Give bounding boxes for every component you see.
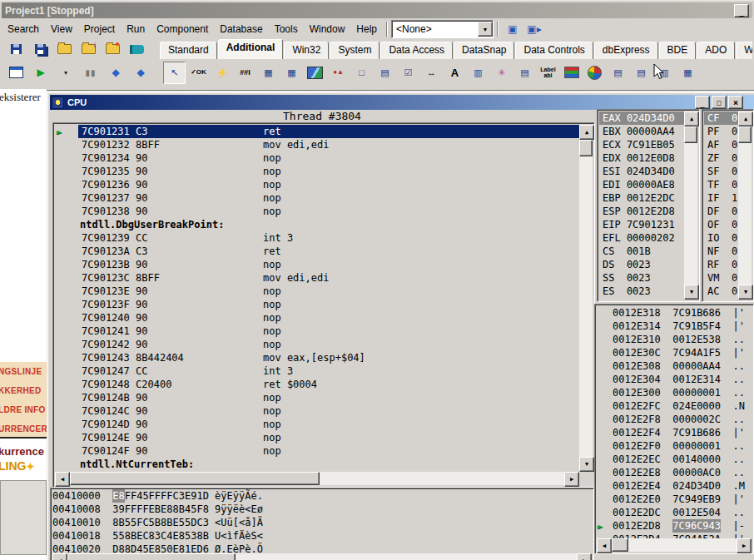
stack-row[interactable]: 0012E314 7C91B5F4 |' [597,320,752,333]
scroll-track[interactable] [684,126,697,285]
register-row[interactable]: EAX 024D34D0 [599,112,684,125]
flag-row[interactable]: ZF 0 [704,151,738,165]
palette-pointer[interactable]: ↖ [163,62,186,84]
stack-row[interactable]: 0012E2E0 7C949EB9 |' [597,493,752,506]
save-button[interactable] [5,41,27,58]
menu-project[interactable]: Project [78,21,121,37]
flags-vscrollbar[interactable]: ▲ ▼ [738,112,752,300]
tab-standard[interactable]: Standard [160,42,217,59]
tab-dbexpress[interactable]: dbExpress [594,42,658,59]
stack-row[interactable]: 0012E2F4 7C91B686 |' [597,426,752,439]
register-row[interactable]: EBP 0012E2DC [599,191,684,205]
stack-row[interactable]: 0012E2EC 00140000 .. [597,453,752,466]
scroll-thumb[interactable] [67,553,236,560]
scroll-track[interactable] [738,126,752,285]
disassembly-row[interactable]: 7C901237 90nop [55,191,579,205]
save-desktop-button[interactable]: ▣ [502,21,523,38]
run-dropdown-button[interactable]: ▾ [55,64,77,82]
scroll-thumb[interactable] [612,538,628,552]
scroll-track[interactable] [612,538,737,552]
stack-row[interactable]: 0012E2E4 024D34D0 .M [597,479,752,493]
menu-search[interactable]: Search [2,21,45,37]
stack-row[interactable]: 0012E300 00000001 .. [597,386,752,399]
nav-link-ldre-info[interactable]: LDRE INFO [0,405,47,414]
tab-data-controls[interactable]: Data Controls [515,42,593,59]
register-row[interactable]: DS 0023 [599,258,684,271]
stack-hscrollbar[interactable]: ◀ ▶ [597,538,752,552]
flag-row[interactable]: VM 0 [704,271,738,285]
scroll-left-icon[interactable]: ◀ [597,538,612,553]
palette-image[interactable] [305,62,325,83]
add-file-button[interactable] [102,41,123,58]
disassembly-row[interactable]: 7C901238 90nop [55,205,579,218]
palette-labelededit[interactable]: Label abI [538,62,558,83]
cpu-minimize-button[interactable]: _ [695,96,710,109]
stack-row[interactable]: 0012E310 0012E538 .. [597,333,752,346]
register-row[interactable]: SS 0023 [599,271,684,285]
scroll-up-icon[interactable]: ▲ [684,112,699,126]
disassembly-row[interactable]: 7C90124F 90nop [55,444,579,458]
palette-controlbar[interactable]: ▥ [468,62,489,83]
stack-row[interactable]: 0012E2FC 024E0000 .N [597,399,752,413]
scroll-right-icon[interactable]: ▶ [737,538,752,553]
cpu-maximize-button[interactable]: □ [712,96,727,109]
register-row[interactable]: EDI 00000AE8 [599,178,684,191]
flag-row[interactable]: IO 0 [704,231,738,245]
scroll-thumb[interactable] [738,126,752,143]
disassembly-row[interactable]: 7C901234 90nop [55,151,579,165]
palette-actionmanager[interactable]: ▤ [608,62,628,83]
memory-row[interactable]: 00410000 E8 FF 45 FF FF C3 E9 1D èÿEÿÿÃé… [52,489,592,503]
disassembly-row[interactable]: 7C901241 90nop [55,325,579,338]
register-row[interactable]: ESI 024D34D0 [599,165,684,178]
disassembly-row[interactable]: 7C90123C 8BFFmov edi,edi [55,271,579,285]
scroll-right-icon[interactable]: ▶ [577,553,592,560]
disassembly-row[interactable]: 7C901248 C20400ret $0004 [55,378,579,391]
disassembly-row[interactable]: 7C90124E 90nop [55,431,579,444]
scroll-down-icon[interactable]: ▼ [579,457,594,472]
disassembly-row[interactable]: 7C90124B 90nop [55,391,579,404]
tab-ado[interactable]: ADO [697,42,735,59]
palette-statictext[interactable]: A [444,62,465,83]
register-row[interactable]: ECX 7C91EB05 [599,138,684,151]
flag-row[interactable]: RF 0 [704,258,738,271]
tab-additional[interactable]: Additional [218,39,284,59]
disassembly-row[interactable]: 7C901240 90nop [55,311,579,325]
register-row[interactable]: EIP 7C901231 [599,218,684,231]
register-row[interactable]: EDX 0012E0D8 [599,151,684,165]
nav-link-kkerhed[interactable]: KKERHED [0,386,47,395]
pause-button[interactable]: ▮▮ [80,64,102,82]
scroll-thumb[interactable] [70,472,320,485]
palette-colorbox[interactable] [561,62,582,83]
stack-row[interactable]: 0012E2DC 0012E504 .. [597,506,752,519]
open-button[interactable] [53,41,75,58]
disassembly-vscrollbar[interactable]: ▲ ▼ [579,125,593,472]
stack-row[interactable]: 0012E318 7C91B686 |' [597,306,752,320]
cpu-close-button[interactable]: × [728,96,743,109]
desktop-combo[interactable]: <None> ▼ [391,20,494,38]
register-row[interactable]: CS 001B [599,245,684,258]
stack-row[interactable]: 0012E2F0 00000001 .. [597,439,752,453]
stack-row[interactable]: 0012E30C 7C94A1F5 |' [597,346,752,359]
stack-row[interactable]: 0012E2E8 00000AC0 .. [597,466,752,479]
palette-bitbtn[interactable]: ✓OK [188,62,209,83]
tab-data-access[interactable]: Data Access [380,42,453,59]
tab-bde[interactable]: BDE [659,42,697,59]
stack-row[interactable]: ►0012E2D8 7C96C943 |- [597,519,752,533]
disassembly-row[interactable]: ►7C901231 C3ret [55,125,579,138]
memory-hscrollbar[interactable]: ◀ ▶ [52,553,592,560]
palette-bevel[interactable]: □ [351,62,372,83]
register-row[interactable]: EFL 00000202 [599,231,684,245]
scroll-down-icon[interactable]: ▼ [684,285,699,300]
palette-valuelisteditor[interactable]: ▤ [514,62,535,83]
flag-row[interactable]: NF 0 [704,245,738,258]
stack-row[interactable]: 0012E304 0012E314 .. [597,373,752,386]
palette-scrollbox[interactable]: ▤ [375,62,395,83]
flag-row[interactable]: PF 0 [704,125,738,138]
flag-row[interactable]: CF 0 [704,112,738,125]
scroll-track[interactable] [70,472,564,485]
disassembly-row[interactable]: 7C901236 90nop [55,178,579,191]
palette-shape[interactable]: ●▲ [328,62,349,83]
help-button[interactable] [126,41,147,58]
disassembly-row[interactable]: 7C901243 8B442404mov eax,[esp+$04] [55,351,579,364]
scroll-thumb[interactable] [579,140,593,156]
